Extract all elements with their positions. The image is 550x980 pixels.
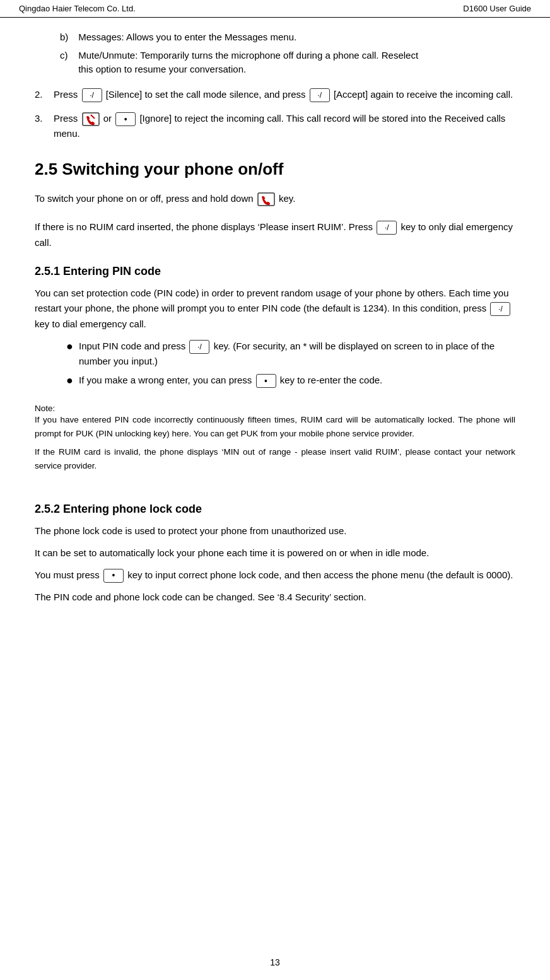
bullet-item-2: ● If you make a wrong enter, you can pre… [66, 373, 515, 388]
note-label: Note: [35, 404, 515, 413]
bullet-2-after: key to re-enter the code. [280, 375, 383, 385]
section-25-title: 2.5 Switching your phone on/off [35, 159, 515, 180]
accept-key-icon: ·/ [310, 88, 330, 102]
page-header: Qingdao Haier Telecom Co. Ltd. D1600 Use… [0, 0, 550, 18]
note-text-2: If the RUIM card is invalid, the phone d… [35, 445, 515, 472]
bullet-2-before: If you make a wrong enter, you can press [79, 375, 252, 385]
list-text-b: Messages: Allows you to enter the Messag… [78, 30, 515, 45]
num-2-accept: [Accept] again to receive the incoming c… [334, 89, 513, 100]
num-2: 2. [35, 87, 54, 102]
list-label-b: b) [60, 30, 76, 45]
para-ruim: If there is no RUIM card inserted, the p… [35, 219, 515, 251]
section-251-title: 2.5.1 Entering PIN code [35, 265, 515, 278]
para-switch: To switch your phone on or off, press an… [35, 191, 515, 207]
list-c-text2: this option to resume your conversation. [78, 64, 246, 74]
para-lock-3-before: You must press [35, 569, 100, 580]
para-lock-4: The PIN code and phone lock code can be … [35, 590, 515, 605]
bullet-dot-2: ● [66, 373, 79, 388]
bullet-2-text: If you make a wrong enter, you can press… [79, 373, 515, 388]
page-footer: 13 [0, 957, 550, 967]
list-item-c: c) Mute/Unmute: Temporarily turns the mi… [60, 49, 515, 77]
numbered-item-3: 3. Press or [Ignore] to reject the incom… [35, 111, 515, 141]
numbered-item-2: 2. Press ·/ [Silence] to set the call mo… [35, 87, 515, 102]
bullet-item-1: ● Input PIN code and press ·/ key. (For … [66, 339, 515, 369]
para-ruim-before: If there is no RUIM card inserted, the p… [35, 221, 373, 232]
pin-emergency-key-icon: ·/ [490, 302, 510, 316]
page-content: b) Messages: Allows you to enter the Mes… [0, 18, 550, 649]
para-pin-after: key to dial emergency call. [35, 318, 146, 329]
section-252-title: 2.5.2 Entering phone lock code [35, 503, 515, 516]
page-number: 13 [270, 957, 280, 967]
para-pin-1: You can set protection code (PIN code) i… [35, 286, 515, 332]
phone-red-icon [82, 112, 100, 126]
lock-code-key-icon [103, 569, 124, 583]
para-pin-text: You can set protection code (PIN code) i… [35, 288, 509, 314]
ruim-key-icon: ·/ [377, 221, 397, 235]
note-text-1: If you have entered PIN code incorrectly… [35, 413, 515, 440]
bullet-1-before: Input PIN code and press [79, 341, 185, 351]
silence-key-icon: ·/ [82, 88, 102, 102]
num-3-content: Press or [Ignore] to reject the incoming… [54, 111, 515, 141]
num-3: 3. [35, 111, 54, 126]
list-c-text1: Mute/Unmute: Temporarily turns the micro… [78, 50, 418, 61]
para-lock-2: It can be set to automatically lock your… [35, 545, 515, 561]
power-key-icon [257, 192, 275, 206]
header-left: Qingdao Haier Telecom Co. Ltd. [19, 4, 136, 13]
num-2-silence: [Silence] to set the call mode silence, … [106, 89, 306, 100]
header-right: D1600 User Guide [463, 4, 531, 13]
para-lock-1: The phone lock code is used to protect y… [35, 523, 515, 539]
para-lock-3: You must press key to input correct phon… [35, 568, 515, 583]
reenter-key-icon [256, 374, 276, 388]
bullet-dot-1: ● [66, 339, 79, 354]
input-pin-key-icon: ·/ [189, 340, 209, 354]
para-switch-after: key. [279, 193, 295, 204]
num-2-before: Press [54, 89, 78, 100]
bullet-1-text: Input PIN code and press ·/ key. (For se… [79, 339, 515, 369]
list-label-c: c) [60, 49, 76, 63]
num-3-or: or [103, 113, 112, 124]
num-3-before: Press [54, 113, 78, 124]
list-text-c: Mute/Unmute: Temporarily turns the micro… [78, 49, 515, 77]
num-2-content: Press ·/ [Silence] to set the call mode … [54, 87, 515, 102]
para-switch-before: To switch your phone on or off, press an… [35, 193, 254, 204]
para-lock-3-after: key to input correct phone lock code, an… [127, 569, 513, 580]
list-item-b: b) Messages: Allows you to enter the Mes… [60, 30, 515, 45]
ignore-key-icon [115, 112, 136, 126]
